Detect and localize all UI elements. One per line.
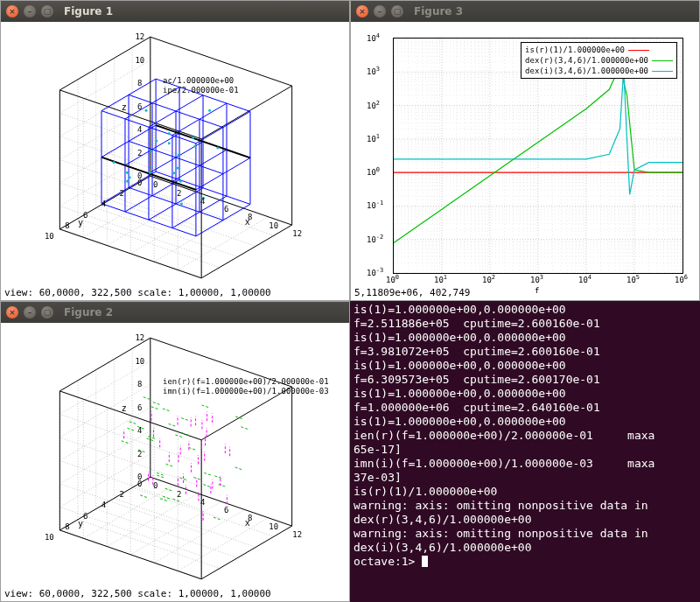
x-tick: 102 [482,274,495,284]
x-axis-label: x [245,217,250,227]
figure-1-plot[interactable]: 0246810120246810120246810zyxac/1.000000e… [1,22,349,300]
svg-line-31 [154,208,244,262]
legend: is(r)(1)/1.000000e+00dex(r)(3,4,6)/1.000… [521,42,677,79]
figure-3-titlebar[interactable]: × – ▢ Figure 3 [351,1,699,22]
figure-2-titlebar[interactable]: × – ▢ Figure 2 [1,302,349,323]
svg-line-43 [201,225,291,278]
maximize-icon[interactable]: ▢ [41,5,53,18]
svg-line-287 [214,476,221,479]
minimize-icon[interactable]: – [374,5,386,18]
svg-line-317 [193,477,200,480]
svg-line-293 [203,485,210,487]
svg-point-105 [180,203,183,206]
svg-line-260 [83,486,173,539]
svg-line-311 [235,467,242,470]
z-tick: 6 [137,403,142,412]
svg-point-102 [208,109,211,112]
svg-line-275 [201,526,291,579]
z-tick: 12 [135,333,144,342]
x-tick: 0 [153,180,158,189]
maximize-icon[interactable]: ▢ [391,5,403,18]
svg-point-106 [216,146,219,149]
y-tick: 2 [119,490,123,499]
svg-line-290 [202,405,209,408]
svg-line-285 [144,397,150,400]
minimize-icon[interactable]: – [24,5,36,18]
y-tick: 10-1 [367,200,388,210]
svg-line-32 [178,217,268,270]
figure-2-title: Figure 2 [64,306,113,318]
y-tick: 0 [137,178,142,187]
svg-line-313 [157,472,164,475]
svg-line-318 [122,441,129,444]
x-tick: 6 [224,205,228,214]
y-tick: 2 [119,189,123,198]
y-tick: 104 [367,32,388,43]
z-tick: 12 [135,32,144,41]
x-tick: 101 [434,274,447,284]
svg-line-269 [96,509,238,558]
x-tick: 10 [269,221,278,230]
y-tick: 101 [367,133,388,144]
z-tick: 8 [137,79,142,88]
y-tick: 102 [367,100,388,110]
svg-point-109 [172,172,175,174]
svg-line-45 [60,229,201,278]
minimize-icon[interactable]: – [24,306,36,318]
terminal[interactable]: is(1)=1.000000e+00,0.000000e+00 f=2.5118… [350,301,700,602]
x-tick: 0 [153,481,158,490]
figure-2-status: view: 60,0000, 322,500 scale: 1,00000, 1… [1,586,275,601]
x-tick: 12 [292,530,302,539]
y-tick: 8 [65,522,69,531]
z-tick: 4 [137,426,142,435]
figure-3-plot[interactable]: is(r)(1)/1.000000e+00dex(r)(3,4,6)/1.000… [351,22,699,300]
z-tick: 8 [137,380,142,388]
close-icon[interactable]: × [6,5,18,18]
svg-point-99 [193,144,196,147]
svg-line-262 [130,501,220,555]
svg-line-284 [151,407,158,410]
svg-line-298 [188,447,195,450]
y-tick: 4 [102,500,106,509]
plot-text-label: imn(i)(f=1.000000e+00)/1.000000e-03 [163,387,329,396]
x-tick: 12 [292,229,302,238]
close-icon[interactable]: × [6,306,18,318]
svg-line-314 [157,475,164,478]
plot-area: is(r)(1)/1.000000e+00dex(r)(3,4,6)/1.000… [393,38,683,274]
svg-point-100 [150,150,152,152]
legend-item: dex(i)(3,4,6)/1.000000e+00 [525,66,673,76]
x-tick: 105 [626,274,640,284]
svg-point-112 [155,140,158,143]
svg-point-97 [192,136,194,139]
close-icon[interactable]: × [356,5,368,18]
figure-3-title: Figure 3 [414,5,463,18]
y-tick: 10 [45,533,54,542]
svg-point-96 [168,132,171,135]
x-tick: 4 [200,197,205,206]
svg-line-310 [163,409,170,411]
figure-2-plot[interactable]: 0246810120246810120246810zyxien(r)(f=1.0… [1,323,349,601]
svg-point-98 [178,154,180,157]
plot-text-label: ien(r)(f=1.000000e+00)/2.000000e-01 [163,377,329,386]
svg-line-261 [107,494,197,547]
maximize-icon[interactable]: ▢ [41,306,53,318]
x-tick: 2 [177,490,181,499]
y-tick: 10-3 [367,267,388,277]
svg-line-29 [107,192,197,246]
y-tick: 10 [45,232,54,241]
svg-point-101 [126,172,129,174]
x-tick: 104 [578,274,592,284]
z-axis-label: z [122,102,127,111]
x-tick: 6 [224,506,228,514]
svg-line-37 [96,208,238,257]
z-tick: 2 [137,149,142,158]
svg-line-28 [83,185,173,238]
y-axis-label: y [78,518,83,528]
z-tick: 10 [135,357,144,366]
svg-point-110 [168,142,171,144]
x-tick: 103 [530,274,543,284]
figure-1-titlebar[interactable]: × – ▢ Figure 1 [1,1,349,22]
svg-line-289 [181,418,188,421]
svg-line-297 [153,402,160,405]
svg-line-268 [114,498,256,547]
